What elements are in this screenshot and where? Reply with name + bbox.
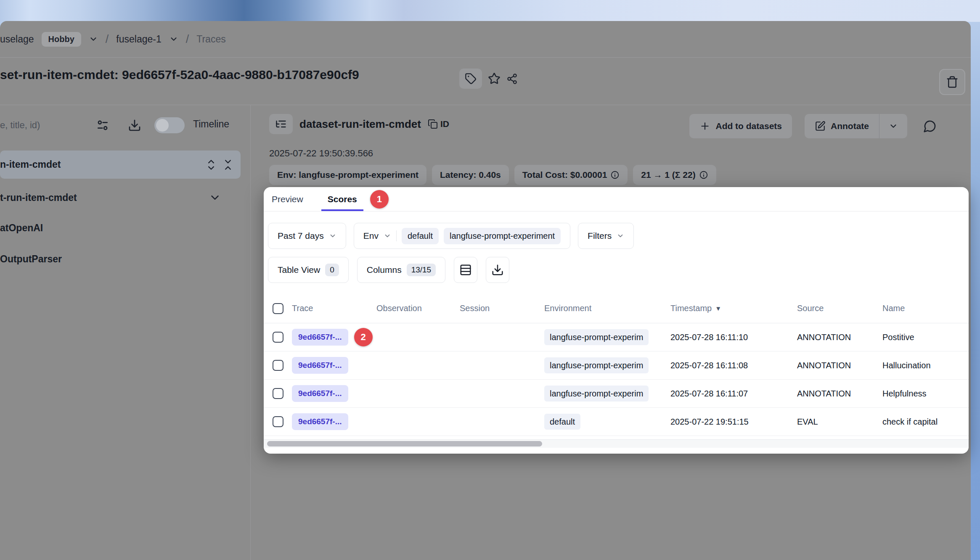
- tree-item-label: t-run-item-cmdet: [0, 192, 77, 203]
- timeline-toggle[interactable]: [154, 117, 185, 133]
- settings-sliders-icon[interactable]: [96, 119, 109, 132]
- info-icon[interactable]: [699, 170, 708, 180]
- list-tree-icon: [275, 118, 287, 130]
- cell-timestamp: 2025-07-28 16:11:07: [670, 389, 797, 399]
- token-usage-badge: 21 → 1 (Σ 22): [633, 165, 716, 185]
- col-session[interactable]: Session: [460, 304, 544, 313]
- score-row[interactable]: 9ed6657f-... langfuse-prompt-experim 202…: [264, 380, 969, 408]
- expand-all-icon[interactable]: [205, 159, 217, 171]
- run-item-type-badge: [269, 114, 293, 134]
- total-cost-badge: Total Cost: $0.00001: [514, 165, 628, 185]
- desktop: uselage Hobby / fuselage-1 / Traces set-…: [0, 0, 980, 560]
- org-chevron-down-icon[interactable]: [89, 34, 98, 44]
- env-value-chip: default: [402, 228, 439, 244]
- horizontal-scrollbar: [264, 439, 969, 448]
- project-chevron-down-icon[interactable]: [169, 34, 178, 44]
- trace-id-link[interactable]: 9ed6657f-...: [292, 385, 348, 402]
- row-height-button[interactable]: [454, 257, 477, 283]
- collapse-all-icon[interactable]: [222, 159, 234, 171]
- cell-source: ANNOTATION: [797, 389, 882, 399]
- share-icon[interactable]: [506, 73, 518, 85]
- chevron-down-icon: [617, 232, 624, 240]
- annotation-marker-1: 1: [370, 190, 389, 209]
- annotate-pen-icon: [815, 121, 826, 132]
- tab-scores[interactable]: Scores: [321, 187, 363, 211]
- tag-icon: [465, 73, 477, 85]
- delete-button[interactable]: [939, 69, 965, 95]
- breadcrumb-separator: /: [186, 33, 189, 46]
- org-name[interactable]: uselage: [0, 34, 34, 45]
- score-row[interactable]: 9ed6657f-... 2 langfuse-prompt-experim 2…: [264, 323, 969, 351]
- row-checkbox[interactable]: [273, 416, 283, 427]
- copy-icon: [428, 119, 438, 129]
- col-timestamp[interactable]: Timestamp ▼: [670, 304, 797, 313]
- tabs: Preview Scores 1: [264, 187, 969, 211]
- sort-desc-icon: ▼: [715, 305, 721, 312]
- env-badge: Env: langfuse-prompt-experiment: [269, 165, 426, 185]
- col-source[interactable]: Source: [797, 304, 882, 313]
- download-icon: [491, 264, 504, 276]
- tab-preview[interactable]: Preview: [265, 187, 310, 211]
- annotate-button[interactable]: Annotate: [805, 114, 879, 138]
- columns-button[interactable]: Columns 13/15: [357, 257, 445, 283]
- table-view-count: 0: [325, 264, 339, 276]
- latency-badge: Latency: 0.40s: [432, 165, 509, 185]
- annotate-dropdown-button[interactable]: [879, 114, 907, 138]
- trace-id-link[interactable]: 9ed6657f-...: [292, 413, 348, 430]
- table-view-button[interactable]: Table View 0: [268, 257, 349, 283]
- score-row[interactable]: 9ed6657f-... langfuse-prompt-experim 202…: [264, 351, 969, 380]
- comments-button[interactable]: [920, 116, 940, 136]
- cell-environment: langfuse-prompt-experim: [544, 386, 649, 402]
- cell-environment: default: [544, 414, 580, 430]
- score-row[interactable]: 9ed6657f-... default 2025-07-22 19:51:15…: [264, 408, 969, 436]
- cell-name: Postitive: [882, 333, 969, 342]
- tree-item-label: n-item-cmdet: [0, 159, 61, 170]
- add-to-datasets-button[interactable]: Add to datasets: [689, 114, 792, 138]
- metadata-badges: Env: langfuse-prompt-experiment Latency:…: [269, 165, 716, 185]
- row-checkbox[interactable]: [273, 360, 283, 371]
- row-checkbox[interactable]: [273, 332, 283, 343]
- select-all-checkbox[interactable]: [273, 303, 283, 314]
- tree-item-root[interactable]: n-item-cmdet: [0, 151, 241, 179]
- download-icon[interactable]: [128, 119, 141, 132]
- table-controls-row: Table View 0 Columns 13/15: [268, 257, 509, 283]
- project-name[interactable]: fuselage-1: [116, 34, 161, 45]
- trash-icon: [946, 76, 959, 88]
- search-hint[interactable]: e, title, id): [0, 120, 40, 131]
- run-item-name: dataset-run-item-cmdet: [299, 118, 421, 131]
- col-observation[interactable]: Observation: [376, 304, 460, 313]
- comment-bubble-icon: [923, 119, 937, 133]
- env-value-chip: langfuse-prompt-experiment: [444, 228, 561, 244]
- tag-button[interactable]: [459, 69, 482, 89]
- section-traces[interactable]: Traces: [196, 34, 225, 45]
- page-title: set-run-item-cmdet: 9ed6657f-52a0-4aac-9…: [0, 68, 359, 82]
- tree-item-label: OutputParser: [0, 254, 62, 265]
- tree-item-generation[interactable]: atOpenAI: [0, 215, 43, 240]
- cell-source: EVAL: [797, 417, 882, 427]
- chevron-down-icon: [329, 232, 336, 240]
- trace-id-link[interactable]: 9ed6657f-...: [292, 329, 348, 346]
- scores-table-header: Trace Observation Session Environment Ti…: [264, 294, 969, 323]
- chevron-down-icon[interactable]: [209, 191, 221, 204]
- tree-item-parser[interactable]: OutputParser: [0, 246, 62, 272]
- date-range-button[interactable]: Past 7 days: [268, 223, 346, 249]
- add-to-datasets-label: Add to datasets: [715, 121, 782, 131]
- col-name[interactable]: Name: [882, 304, 969, 313]
- col-environment[interactable]: Environment: [544, 304, 670, 313]
- cell-timestamp: 2025-07-22 19:51:15: [670, 417, 797, 427]
- trace-id-link[interactable]: 9ed6657f-...: [292, 357, 348, 374]
- star-icon[interactable]: [488, 72, 501, 85]
- row-checkbox[interactable]: [273, 388, 283, 399]
- env-filter-button[interactable]: Env default langfuse-prompt-experiment: [354, 223, 570, 249]
- tree-controls: e, title, id) Timeline: [0, 114, 244, 137]
- copy-id-button[interactable]: ID: [428, 119, 449, 129]
- scrollbar-thumb[interactable]: [267, 441, 542, 446]
- col-trace[interactable]: Trace: [292, 304, 376, 313]
- run-item-timestamp: 2025-07-22 19:50:39.566: [269, 148, 373, 159]
- filters-button[interactable]: Filters: [578, 223, 634, 249]
- info-icon[interactable]: [610, 170, 620, 180]
- scores-peek-card: Preview Scores 1 Past 7 days Env default…: [264, 187, 969, 454]
- export-button[interactable]: [486, 257, 509, 283]
- annotation-marker-2: 2: [354, 328, 373, 346]
- tree-item-span[interactable]: t-run-item-cmdet: [0, 185, 241, 210]
